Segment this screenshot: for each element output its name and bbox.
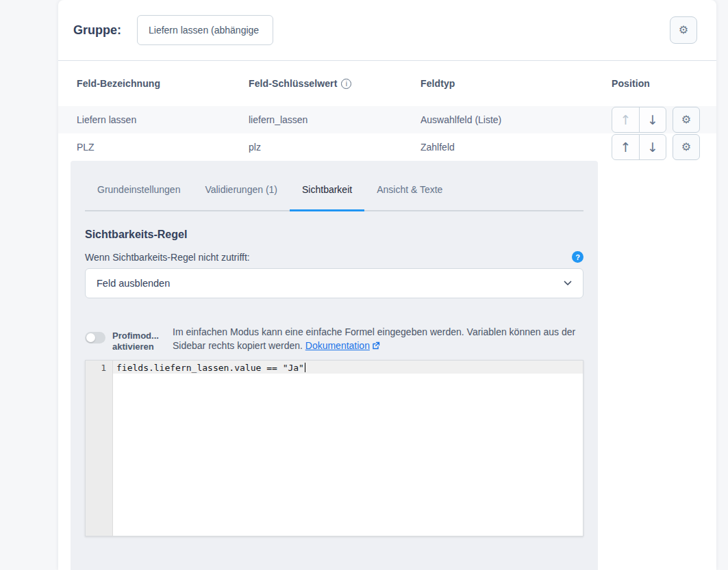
pro-mode-row: Profimod... aktivieren Im einfachen Modu… (85, 325, 583, 352)
simple-mode-description: Im einfachen Modus kann eine einfache Fo… (173, 325, 583, 352)
code-text: fields.liefern_lassen.value == "Ja" (116, 363, 304, 373)
tab-grundeinstellungen[interactable]: Grundeinstellungen (85, 184, 192, 210)
cell-field-type: Auswahlfeld (Liste) (421, 114, 501, 125)
arrow-up-icon: ↑ (620, 140, 631, 155)
documentation-link[interactable]: Dokumentation (305, 340, 370, 351)
column-header-feld-bezeichnung: Feld-Bezeichnung (77, 78, 160, 89)
cell-field-label: PLZ (77, 142, 95, 153)
group-select-value: Liefern lassen (abhängige (149, 25, 259, 36)
column-header-feld-schluesselwert: Feld-Schlüsselwert i (249, 78, 351, 89)
row-settings-button[interactable]: ⚙ (673, 107, 700, 133)
row-position-controls: ↑ ↓ ⚙ (612, 134, 700, 160)
toggle-label-line2: aktivieren (112, 341, 156, 352)
gear-icon: ⚙ (681, 142, 691, 153)
editor-code-area[interactable]: fields.liefern_lassen.value == "Ja" (113, 361, 583, 536)
move-down-button[interactable]: ↓ (639, 107, 666, 132)
card-header: Gruppe: Liefern lassen (abhängige ⚙ (58, 0, 716, 61)
toggle-knob (86, 333, 95, 342)
group-select[interactable]: Liefern lassen (abhängige (137, 15, 273, 45)
formula-code-editor[interactable]: 1 fields.liefern_lassen.value == "Ja" (85, 360, 583, 536)
move-up-button[interactable]: ↑ (612, 107, 639, 132)
tab-ansicht-texte[interactable]: Ansicht & Texte (364, 184, 455, 210)
section-title: Sichtbarkeits-Regel (85, 229, 583, 241)
row-settings-button[interactable]: ⚙ (673, 134, 700, 160)
pro-mode-toggle-label: Profimod... aktivieren (112, 331, 156, 352)
help-question-icon[interactable]: ? (572, 251, 583, 263)
cell-field-key: liefern_lassen (249, 114, 307, 125)
info-icon[interactable]: i (341, 79, 351, 89)
cell-field-type: Zahlfeld (421, 142, 455, 153)
visibility-action-select[interactable]: Feld ausblenden (85, 268, 583, 298)
move-button-group: ↑ ↓ (612, 107, 666, 133)
line-number: 1 (86, 361, 112, 374)
move-down-button[interactable]: ↓ (639, 135, 666, 159)
arrow-down-icon: ↓ (647, 112, 658, 127)
group-label: Gruppe: (73, 23, 121, 38)
column-header-label: Feld-Schlüsselwert (249, 78, 337, 89)
table-row-liefern-lassen[interactable]: Liefern lassen liefern_lassen Auswahlfel… (58, 106, 716, 133)
gear-icon: ⚙ (679, 25, 688, 36)
cell-field-key: plz (249, 142, 261, 153)
row-position-controls: ↑ ↓ ⚙ (612, 107, 700, 133)
arrow-up-icon: ↑ (620, 112, 631, 127)
toggle-label-line1: Profimod... (112, 331, 156, 341)
tab-validierungen[interactable]: Validierungen (1) (192, 184, 290, 210)
tab-bar: Grundeinstellungen Validierungen (1) Sic… (85, 161, 583, 211)
move-up-button[interactable]: ↑ (612, 135, 639, 159)
group-settings-button[interactable]: ⚙ (670, 16, 697, 44)
select-value: Feld ausblenden (97, 278, 170, 289)
condition-label: Wenn Sichtbarkeits-Regel nicht zutrifft: (85, 252, 250, 263)
field-settings-panel: Grundeinstellungen Validierungen (1) Sic… (71, 161, 598, 570)
table-row-plz[interactable]: PLZ plz Zahlfeld ↑ ↓ ⚙ (58, 133, 716, 161)
text-cursor (305, 363, 305, 372)
tab-sichtbarkeit[interactable]: Sichtbarkeit (290, 184, 364, 210)
move-button-group: ↑ ↓ (612, 134, 666, 160)
arrow-down-icon: ↓ (647, 140, 658, 155)
form-group-editor-card: Gruppe: Liefern lassen (abhängige ⚙ Feld… (58, 0, 716, 570)
table-header: Feld-Bezeichnung Feld-Schlüsselwert i Fe… (58, 61, 716, 106)
column-header-feldtyp: Feldtyp (421, 78, 455, 89)
code-line: fields.liefern_lassen.value == "Ja" (113, 361, 583, 374)
chevron-down-icon (564, 281, 572, 286)
external-link-icon (372, 341, 380, 350)
cell-field-label: Liefern lassen (77, 114, 136, 125)
condition-row: Wenn Sichtbarkeits-Regel nicht zutrifft:… (85, 251, 583, 263)
pro-mode-toggle[interactable] (85, 332, 105, 344)
editor-gutter: 1 (86, 361, 113, 536)
gear-icon: ⚙ (681, 114, 691, 125)
column-header-position: Position (612, 78, 650, 89)
